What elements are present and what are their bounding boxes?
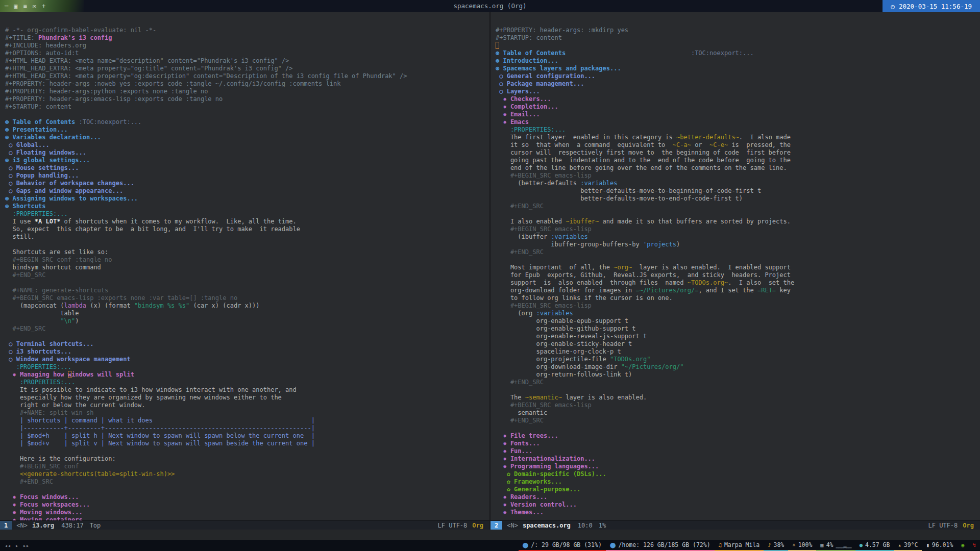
buffer-line[interactable]: #+STARTUP: content (5, 103, 489, 111)
buffer-line[interactable]: org-enable-reveal-js-support t (496, 333, 980, 340)
buffer-line[interactable]: #+HTML_HEAD_EXTRA: <meta name="descripti… (5, 57, 489, 65)
buffer-line[interactable]: I use *A LOT* of shortcuts when it comes… (5, 218, 489, 226)
buffer-line[interactable]: going past the indentation and to the en… (496, 157, 980, 164)
buffer-line[interactable]: #+BEGIN_SRC emacs-lisp (496, 402, 980, 409)
buffer-line[interactable]: #+NAME: generate-shortcuts (5, 287, 489, 294)
buffer-line[interactable]: ○ Layers... (496, 88, 980, 95)
buffer-line[interactable]: | $mod+h | split h | Next window to spaw… (5, 432, 489, 440)
cpu-module[interactable]: ▦4%▁▁▁▂▁▁ (816, 540, 855, 551)
buffer-line[interactable]: "\n") (5, 317, 489, 325)
buffer-spacemacs-org[interactable]: #+PROPERTY: header-args: :mkdirp yes#+ST… (491, 12, 980, 520)
buffer-line[interactable]: Here is the configuration: (5, 455, 489, 463)
buffer-line[interactable]: ✿ General-purpose... (496, 486, 980, 493)
buffer-line[interactable]: #+END_SRC (5, 325, 489, 333)
buffer-line[interactable]: ⊛ Shortcuts (5, 203, 489, 210)
buffer-line[interactable]: #+PROPERTY: header-args :noweb yes :expo… (5, 80, 489, 88)
buffer-line[interactable]: ✿ Frameworks... (496, 478, 980, 486)
buffer-line[interactable]: to follow org links if the cursor is on … (496, 294, 980, 302)
buffer-line[interactable]: (org :variables (496, 310, 980, 317)
buffer-line[interactable]: #+INCLUDE: headers.org (5, 42, 489, 49)
buffer-line[interactable]: still. (5, 233, 489, 241)
buffer-line[interactable]: :PROPERTIES:... (5, 363, 489, 371)
play-icon[interactable]: ▸ (15, 543, 18, 548)
buffer-line[interactable] (5, 279, 489, 287)
buffer-line[interactable] (5, 241, 489, 248)
modeline-right[interactable]: 2 <N> spacemacs.org 10:0 1% LF UTF-8 Org (491, 520, 980, 530)
buffer-line[interactable]: (better-defaults :variables (496, 180, 980, 187)
buffer-line[interactable]: #+BEGIN_SRC conf :tangle no (5, 256, 489, 264)
buffer-line[interactable]: #+STARTUP: content (496, 34, 980, 42)
buffer-line[interactable]: ○ Terminal shortcuts... (5, 340, 489, 348)
disk-root-module[interactable]: ⬤/: 29 GB/98 GB (31%) (519, 540, 606, 551)
echo-area[interactable] (0, 530, 980, 540)
buffer-line[interactable]: #+PROPERTY: header-args:emacs-lisp :expo… (5, 95, 489, 103)
buffer-line[interactable]: ✸ Moving windows... (5, 509, 489, 516)
buffer-line[interactable]: #+NAME: split-win-sh (5, 409, 489, 417)
buffer-line[interactable]: semantic (496, 409, 980, 417)
buffer-line[interactable]: it so that when a command equivalent to … (496, 141, 980, 149)
buffer-line[interactable]: org-return-follows-link t) (496, 371, 980, 379)
battery-module[interactable]: ▮96.01% (922, 540, 957, 551)
buffer-line[interactable]: ✸ File trees... (496, 432, 980, 440)
buffer-line[interactable]: ✿ Domain-specific (DSLs)... (496, 470, 980, 478)
buffer-line[interactable]: The ~semantic~ layer is also enabled. (496, 394, 980, 402)
buffer-line[interactable]: ○ General configuration... (496, 72, 980, 80)
temperature-module[interactable]: ▴39°C (894, 540, 922, 551)
buffer-line[interactable] (496, 42, 980, 49)
buffer-line[interactable]: bindsym shortcut command (5, 264, 489, 271)
buffer-line[interactable]: org-enable-sticky-header t (496, 340, 980, 348)
buffer-line[interactable]: ✸ Themes... (496, 509, 980, 516)
next-icon[interactable]: ▸▸ (23, 543, 29, 548)
buffer-line[interactable]: ○ i3 shortcuts... (5, 348, 489, 356)
buffer-line[interactable]: #+END_SRC (496, 417, 980, 424)
buffer-line[interactable]: ✸ Checkers... (496, 95, 980, 103)
buffer-line[interactable]: #+HTML_HEAD_EXTRA: <meta property="og:ti… (5, 65, 489, 72)
buffer-line[interactable]: So, expect this chapter to be a bit long… (5, 226, 489, 233)
buffer-i3-org[interactable]: # -*- org-confirm-babel-evaluate: nil -*… (0, 12, 489, 520)
buffer-line[interactable]: org-enable-epub-support t (496, 317, 980, 325)
buffer-line[interactable]: table (5, 310, 489, 317)
buffer-line[interactable]: ○ Behavior of workspace changes... (5, 180, 489, 187)
brightness-module[interactable]: ☀100% (788, 540, 816, 551)
buffer-line[interactable]: #+TITLE: Phundrak's i3 config (5, 34, 489, 42)
buffer-line[interactable]: cursor will respectively first move to t… (496, 149, 980, 157)
buffer-line[interactable]: ○ Floating windows... (5, 149, 489, 157)
buffer-line[interactable]: ○ Mouse settings... (5, 164, 489, 172)
buffer-line[interactable]: especially how they are organized by spa… (5, 394, 489, 402)
buffer-line[interactable]: ✸ Fun... (496, 447, 980, 455)
buffer-line[interactable]: I also enabled ~ibuffer~ and made it so … (496, 218, 980, 226)
buffer-line[interactable]: ⊛ Spacemacs layers and packages... (496, 65, 980, 72)
buffer-line[interactable]: The first layer enabled in this category… (496, 134, 980, 141)
buffer-line[interactable]: #+BEGIN_SRC emacs-lisp :exports none :va… (5, 294, 489, 302)
buffer-line[interactable]: ✸ Readers... (496, 493, 980, 501)
buffer-line[interactable]: ✸ Completion... (496, 103, 980, 111)
buffer-line[interactable] (496, 210, 980, 218)
buffer-line[interactable]: ⊛ Assigning windows to workspaces... (5, 195, 489, 203)
power-alert-module[interactable]: ↯ (969, 540, 980, 551)
buffer-line[interactable]: #+BEGIN_SRC emacs-lisp (496, 302, 980, 310)
buffer-line[interactable]: better-defaults-move-to-end-of-code-firs… (496, 195, 980, 203)
buffer-line[interactable]: better-defaults-move-to-beginning-of-cod… (496, 187, 980, 195)
buffer-line[interactable]: (mapconcat (lambda (x) (format "bindsym … (5, 302, 489, 310)
memory-module[interactable]: ●4.57 GB (855, 540, 894, 551)
buffer-line[interactable]: ✸ Version control... (496, 501, 980, 509)
buffer-line[interactable]: spaceline-org-clock-p t (496, 348, 980, 356)
battery-status-module[interactable]: ◉ (957, 540, 968, 551)
buffer-line[interactable]: ⊛ i3 global settings... (5, 157, 489, 164)
previous-icon[interactable]: ◂◂ (5, 543, 11, 548)
buffer-line[interactable]: #+PROPERTY: header-args: :mkdirp yes (496, 27, 980, 34)
buffer-line[interactable]: Shortcuts are set like so: (5, 248, 489, 256)
buffer-line[interactable]: org-download folder for images in =~/Pic… (496, 287, 980, 294)
buffer-line[interactable]: ✸ Programming languages... (496, 463, 980, 470)
buffer-line[interactable]: ✸ Moving containers... (5, 516, 489, 520)
buffer-line[interactable]: #+END_SRC (496, 379, 980, 386)
buffer-line[interactable]: #+PROPERTY: header-args:python :exports … (5, 88, 489, 95)
buffer-line[interactable]: :PROPERTIES:... (5, 210, 489, 218)
buffer-line[interactable]: #+END_SRC (5, 271, 489, 279)
buffer-line[interactable]: ⊛ Variables declaration... (5, 134, 489, 141)
buffer-line[interactable]: #+END_SRC (5, 478, 489, 486)
buffer-line[interactable]: | shortcuts | command | what it does | (5, 417, 489, 424)
buffer-line[interactable]: #+BEGIN_SRC emacs-lisp (496, 172, 980, 180)
buffer-line[interactable]: ○ Window and workspace management (5, 356, 489, 363)
buffer-line[interactable]: It is possible to indicate to i3 how win… (5, 386, 489, 394)
